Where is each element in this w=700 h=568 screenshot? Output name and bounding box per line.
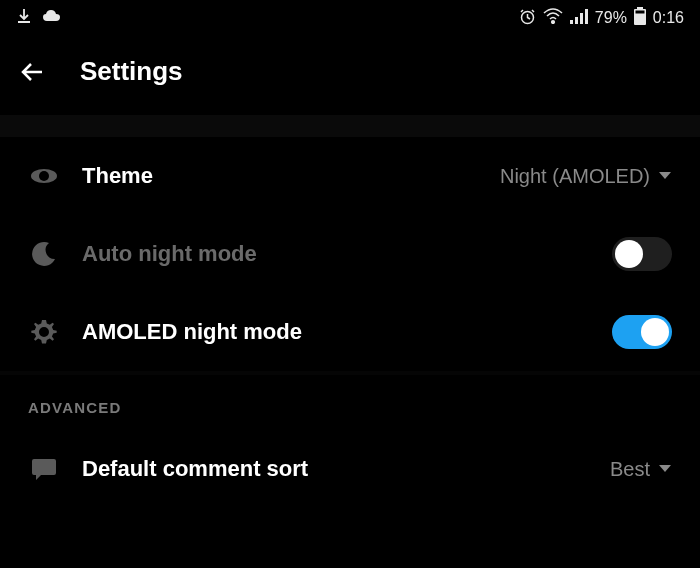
- setting-value: Night (AMOLED): [500, 165, 650, 188]
- settings-row-auto-night-mode[interactable]: Auto night mode: [0, 215, 700, 293]
- setting-label: Default comment sort: [82, 456, 610, 482]
- signal-icon: [570, 8, 588, 28]
- setting-label: Auto night mode: [82, 241, 612, 267]
- settings-row-theme[interactable]: Theme Night (AMOLED): [0, 137, 700, 215]
- status-time: 0:16: [653, 9, 684, 27]
- setting-value: Best: [610, 458, 650, 481]
- wifi-icon: [543, 8, 563, 28]
- comment-icon: [28, 453, 60, 485]
- gear-icon: [28, 316, 60, 348]
- svg-rect-6: [637, 7, 643, 9]
- svg-rect-5: [585, 9, 588, 24]
- download-icon: [16, 8, 32, 28]
- cloud-icon: [42, 9, 62, 27]
- theme-icon: [28, 160, 60, 192]
- settings-header: Settings: [0, 36, 700, 115]
- toggle-auto-night-mode[interactable]: [612, 237, 672, 271]
- alarm-icon: [519, 8, 536, 29]
- settings-row-amoled-night-mode[interactable]: AMOLED night mode: [0, 293, 700, 371]
- svg-point-10: [39, 171, 49, 181]
- battery-percent: 79%: [595, 9, 627, 27]
- battery-icon: [634, 7, 646, 29]
- settings-row-default-comment-sort[interactable]: Default comment sort Best: [0, 430, 700, 508]
- chevron-down-icon: [658, 171, 672, 181]
- svg-point-1: [552, 21, 555, 24]
- moon-icon: [28, 238, 60, 270]
- svg-rect-4: [580, 13, 583, 24]
- svg-rect-8: [635, 11, 644, 14]
- back-button[interactable]: [20, 59, 46, 85]
- svg-rect-2: [570, 20, 573, 24]
- page-title: Settings: [80, 56, 183, 87]
- chevron-down-icon: [658, 464, 672, 474]
- status-bar: 79% 0:16: [0, 0, 700, 36]
- setting-label: Theme: [82, 163, 500, 189]
- section-header-advanced: ADVANCED: [0, 375, 700, 430]
- divider: [0, 115, 700, 137]
- svg-rect-3: [575, 17, 578, 24]
- toggle-amoled-night-mode[interactable]: [612, 315, 672, 349]
- setting-label: AMOLED night mode: [82, 319, 612, 345]
